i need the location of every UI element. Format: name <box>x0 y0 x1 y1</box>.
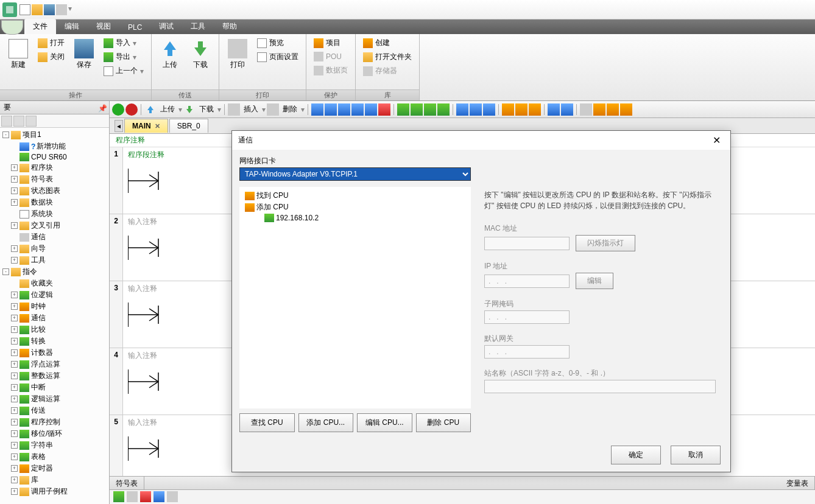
nic-select[interactable]: TAP-Windows Adapter V9.TCPIP.1 <box>239 167 471 181</box>
expand-icon[interactable]: + <box>11 245 18 252</box>
preview-button[interactable]: 预览 <box>255 37 301 49</box>
expand-icon[interactable]: + <box>11 326 18 333</box>
lib-openfolder-button[interactable]: 打开文件夹 <box>361 51 414 63</box>
expand-icon[interactable]: + <box>11 349 18 356</box>
lib-memory-button[interactable]: 存储器 <box>361 65 414 77</box>
cpu-tree[interactable]: 找到 CPU 添加 CPU 192.168.10.2 <box>239 187 471 408</box>
expand-icon[interactable]: + <box>11 315 18 321</box>
bottom-tab-vars[interactable]: 变量表 <box>780 477 815 489</box>
close-icon[interactable]: ✕ <box>155 122 160 130</box>
tool-icon[interactable] <box>620 103 632 116</box>
open-icon[interactable] <box>32 4 43 15</box>
download-button[interactable]: 下载 <box>197 104 216 114</box>
export-button[interactable]: 导出▾ <box>101 51 146 63</box>
expand-icon[interactable]: + <box>11 292 18 298</box>
tool-icon[interactable] <box>167 491 178 502</box>
tree-item[interactable]: +转换 <box>0 335 109 347</box>
insert-button[interactable]: 插入 <box>241 104 261 114</box>
tree-item[interactable]: +调用子例程 <box>0 486 109 497</box>
expand-icon[interactable]: + <box>11 257 18 264</box>
expand-icon[interactable]: + <box>11 199 18 206</box>
pou-button[interactable]: POU <box>311 51 350 63</box>
tool-icon[interactable] <box>515 103 527 116</box>
tree-item[interactable]: 系统块 <box>0 208 109 220</box>
tool-icon[interactable] <box>456 103 468 116</box>
tool-icon[interactable] <box>411 103 423 116</box>
download-icon[interactable] <box>183 103 196 116</box>
expand-icon[interactable]: + <box>11 477 18 483</box>
pagesetup-button[interactable]: 页面设置 <box>255 51 301 63</box>
import-button[interactable]: 导入▾ <box>101 37 146 49</box>
tree-item[interactable]: 通信 <box>0 231 109 243</box>
expand-icon[interactable]: + <box>11 338 18 345</box>
tool-icon[interactable] <box>593 103 605 116</box>
tab-sbr0[interactable]: SBR_0 <box>169 119 208 133</box>
print-button[interactable]: 打印 <box>224 37 251 72</box>
tab-nav-left[interactable]: ◂ <box>115 120 123 132</box>
ribbon-tab-edit[interactable]: 编辑 <box>56 19 88 34</box>
tree-item[interactable]: CPU SR60 <box>0 152 109 162</box>
save-button[interactable]: 保存 <box>71 37 97 72</box>
prev-button[interactable]: 上一个▾ <box>101 65 146 77</box>
tree-item[interactable]: +表格 <box>0 451 109 463</box>
stop-icon[interactable] <box>125 103 138 116</box>
expand-icon[interactable]: - <box>2 268 9 275</box>
tool-icon[interactable] <box>351 103 364 116</box>
add-cpu-button[interactable]: 添加 CPU... <box>298 413 354 432</box>
expand-icon[interactable]: + <box>11 419 18 425</box>
ribbon-tab-view[interactable]: 视图 <box>88 19 119 34</box>
tree-item[interactable]: +时钟 <box>0 301 109 312</box>
expand-icon[interactable]: + <box>11 465 18 472</box>
expand-icon[interactable]: + <box>11 488 18 495</box>
tool-icon[interactable] <box>26 116 37 127</box>
upload-button[interactable]: 上传 <box>157 37 183 72</box>
gateway-input[interactable] <box>484 345 570 359</box>
cpu-tree-ip[interactable]: 192.168.10.2 <box>242 213 468 223</box>
tool-icon[interactable] <box>529 103 541 116</box>
expand-icon[interactable]: + <box>11 453 18 460</box>
bottom-tab-symbols[interactable]: 符号表 <box>110 477 144 489</box>
blink-button[interactable]: 闪烁指示灯 <box>576 235 635 251</box>
close-button[interactable]: 关闭 <box>35 51 67 63</box>
ok-button[interactable]: 确定 <box>611 446 661 464</box>
ribbon-tab-tools[interactable]: 工具 <box>182 19 214 34</box>
tree-item[interactable]: +计数器 <box>0 347 109 359</box>
tool-icon[interactable] <box>548 103 560 116</box>
tool-icon[interactable] <box>140 491 151 502</box>
print-icon[interactable] <box>56 4 67 15</box>
ip-input[interactable] <box>484 275 570 288</box>
ribbon-tab-file[interactable]: 文件 <box>24 19 56 34</box>
lib-create-button[interactable]: 创建 <box>361 37 414 49</box>
ribbon-tab-help[interactable]: 帮助 <box>214 19 245 34</box>
cancel-button[interactable]: 取消 <box>671 446 721 464</box>
tool-icon[interactable] <box>311 103 323 116</box>
tool-icon[interactable] <box>325 103 337 116</box>
tool-icon[interactable] <box>502 103 514 116</box>
find-cpu-button[interactable]: 查找 CPU <box>239 413 295 432</box>
delete-button[interactable]: 删除 <box>280 104 300 114</box>
expand-icon[interactable]: + <box>11 222 18 229</box>
ribbon-tab-plc[interactable]: PLC <box>119 21 150 34</box>
upload-icon[interactable] <box>144 103 157 116</box>
tree-item[interactable]: +比较 <box>0 324 109 335</box>
tree-item[interactable]: +移位/循环 <box>0 428 109 439</box>
delete-icon[interactable] <box>267 103 279 116</box>
expand-icon[interactable]: + <box>11 187 18 194</box>
tree-item[interactable]: +状态图表 <box>0 185 109 197</box>
tree-item[interactable]: +程序块 <box>0 162 109 173</box>
ribbon-tab-debug[interactable]: 调试 <box>150 19 182 34</box>
project-button[interactable]: 项目 <box>311 37 350 49</box>
tool-icon[interactable] <box>13 116 24 127</box>
edit-ip-button[interactable]: 编辑 <box>576 273 613 289</box>
tool-icon[interactable] <box>378 103 390 116</box>
tool-icon[interactable] <box>470 103 482 116</box>
qat-dropdown-icon[interactable]: ▾ <box>68 4 79 15</box>
expand-icon[interactable]: + <box>11 303 18 310</box>
tool-icon[interactable] <box>153 491 164 502</box>
tool-icon[interactable] <box>365 103 377 116</box>
tree-item[interactable]: +符号表 <box>0 173 109 185</box>
tool-icon[interactable] <box>424 103 436 116</box>
tool-icon[interactable] <box>397 103 409 116</box>
edit-cpu-button[interactable]: 编辑 CPU... <box>357 413 412 432</box>
expand-icon[interactable]: + <box>11 361 18 368</box>
